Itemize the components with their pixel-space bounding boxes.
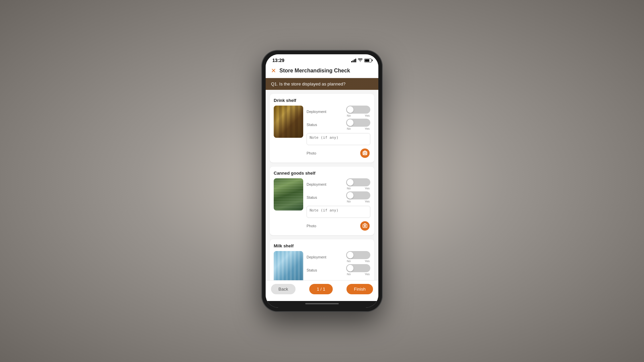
camera-button-drink[interactable]	[360, 148, 370, 159]
status-label-drink: Status	[307, 123, 327, 127]
phone-shell: 13:29	[262, 50, 382, 312]
deployment-row-canned: Deployment No Yes	[307, 178, 370, 190]
status-no-yes-canned: No Yes	[346, 200, 370, 203]
close-button[interactable]: ✕	[271, 67, 276, 74]
status-row-milk: Status No Yes	[307, 264, 370, 276]
status-label-milk: Status	[307, 268, 327, 272]
svg-point-6	[364, 225, 366, 227]
shelf-image-canned	[274, 178, 303, 210]
deployment-no-yes-canned: No Yes	[346, 187, 370, 190]
phone-screen: 13:29	[266, 54, 378, 308]
status-icons	[351, 58, 372, 63]
shelf-body-milk: Deployment No Yes	[274, 251, 370, 280]
status-toggle-drink[interactable]	[346, 119, 370, 127]
deployment-toggle-drink[interactable]	[346, 106, 370, 114]
signal-icon	[351, 59, 356, 62]
svg-point-3	[364, 152, 366, 154]
photo-row-canned: Photo	[307, 221, 370, 231]
camera-button-canned[interactable]	[360, 221, 370, 231]
question-text: Q1. Is the store displayed as planned?	[271, 81, 373, 86]
shelf-controls-milk: Deployment No Yes	[307, 251, 370, 280]
shelf-image-drink	[274, 106, 303, 138]
status-no-yes-drink: No Yes	[346, 127, 370, 130]
question-banner: Q1. Is the store displayed as planned?	[266, 78, 378, 90]
page-indicator: 1 / 1	[309, 284, 332, 294]
home-indicator	[266, 301, 378, 308]
deployment-toggle-canned[interactable]	[346, 178, 370, 186]
status-row-canned: Status No Yes	[307, 191, 370, 203]
deployment-label-canned: Deployment	[307, 182, 327, 186]
shelf-label-canned: Canned goods shelf	[274, 171, 370, 176]
battery-icon	[364, 59, 372, 62]
photo-label-canned: Photo	[307, 224, 316, 228]
scroll-content[interactable]: Drink shelf Deployment No	[266, 90, 378, 280]
shelf-controls-drink: Deployment No Yes	[307, 106, 370, 159]
deployment-label-milk: Deployment	[307, 255, 327, 259]
bottom-bar: Back 1 / 1 Finish	[266, 280, 378, 301]
deployment-no-yes-drink: No Yes	[346, 114, 370, 117]
status-label-canned: Status	[307, 195, 327, 199]
shelf-label-drink: Drink shelf	[274, 98, 370, 103]
status-toggle-milk[interactable]	[346, 264, 370, 272]
wifi-icon	[358, 58, 363, 63]
shelf-section-canned: Canned goods shelf Deployment No	[270, 167, 374, 235]
back-button[interactable]: Back	[271, 284, 296, 294]
deployment-toggle-milk[interactable]	[346, 251, 370, 259]
deployment-label-drink: Deployment	[307, 110, 327, 114]
note-input-canned[interactable]	[307, 206, 370, 218]
status-time: 13:29	[272, 58, 284, 63]
app-header: ✕ Store Merchandising Check	[266, 64, 378, 78]
deployment-row-drink: Deployment No Yes	[307, 106, 370, 117]
shelf-body-canned: Deployment No Yes	[274, 178, 370, 231]
status-row-drink: Status No Yes	[307, 119, 370, 130]
shelf-section-milk: Milk shelf Deployment No	[270, 239, 374, 280]
note-input-drink[interactable]	[307, 133, 370, 145]
shelf-image-milk	[274, 251, 303, 280]
status-toggle-canned[interactable]	[346, 191, 370, 199]
finish-button[interactable]: Finish	[346, 284, 373, 294]
status-bar: 13:29	[266, 54, 378, 64]
photo-row-drink: Photo	[307, 148, 370, 159]
photo-label-drink: Photo	[307, 151, 316, 155]
app-title: Store Merchandising Check	[279, 68, 350, 74]
deployment-row-milk: Deployment No Yes	[307, 251, 370, 263]
shelf-label-milk: Milk shelf	[274, 243, 370, 248]
shelf-section-drink: Drink shelf Deployment No	[270, 94, 374, 163]
status-no-yes-milk: No Yes	[346, 273, 370, 276]
deployment-no-yes-milk: No Yes	[346, 259, 370, 263]
shelf-controls-canned: Deployment No Yes	[307, 178, 370, 231]
shelf-body-drink: Deployment No Yes	[274, 106, 370, 159]
